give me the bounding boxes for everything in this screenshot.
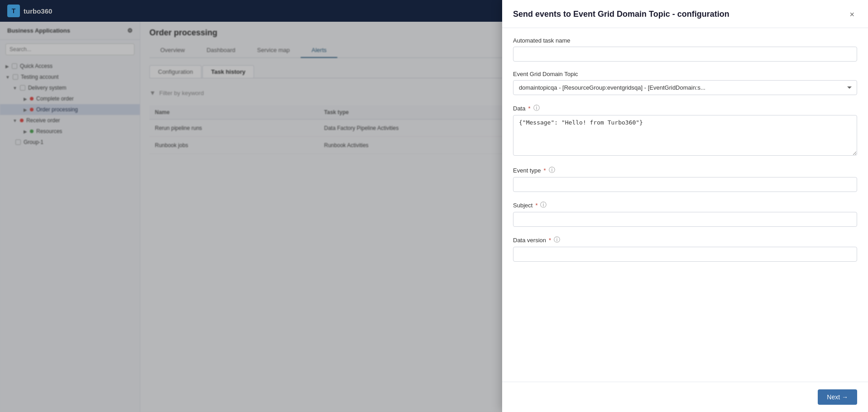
form-label-data-version: Data version * ⓘ: [513, 236, 857, 244]
form-group-data: Data * ⓘ {"Message": "Hello! from Turbo3…: [513, 104, 857, 157]
form-label-event-type: Event type * ⓘ: [513, 166, 857, 174]
next-button-label: Next →: [827, 393, 848, 401]
panel-body: Automated task name Event Grid Domain To…: [502, 28, 868, 382]
app-container: T turbo360 🔍 Business Applications ⚙ ▶ Q…: [0, 0, 868, 412]
panel-header: Send events to Event Grid Domain Topic -…: [502, 22, 868, 28]
event-type-input[interactable]: [513, 177, 857, 192]
form-group-task-name: Automated task name: [513, 37, 857, 62]
panel-footer: Next →: [502, 382, 868, 412]
event-grid-topic-select[interactable]: domaintopicqa - [ResourceGroup:eventgrid…: [513, 80, 857, 95]
form-group-event-type: Event type * ⓘ: [513, 166, 857, 192]
label-text: Data: [513, 105, 525, 112]
next-button[interactable]: Next →: [818, 389, 857, 405]
side-panel: Send events to Event Grid Domain Topic -…: [502, 22, 868, 412]
label-text: Event Grid Domain Topic: [513, 71, 578, 77]
modal-overlay: Send events to Event Grid Domain Topic -…: [0, 22, 868, 412]
form-group-subject: Subject * ⓘ: [513, 201, 857, 227]
label-text: Subject: [513, 202, 532, 209]
required-marker: *: [535, 202, 537, 209]
data-textarea[interactable]: {"Message": "Hello! from Turbo360"}: [513, 115, 857, 156]
automated-task-name-input[interactable]: [513, 47, 857, 62]
label-text: Event type: [513, 167, 541, 174]
required-marker: *: [528, 105, 530, 112]
label-text: Data version: [513, 237, 546, 244]
required-marker: *: [549, 237, 551, 244]
form-group-event-grid-topic: Event Grid Domain Topic domaintopicqa - …: [513, 71, 857, 95]
data-version-input[interactable]: [513, 247, 857, 262]
info-icon[interactable]: ⓘ: [549, 166, 555, 174]
form-label-event-grid-topic: Event Grid Domain Topic: [513, 71, 857, 77]
form-label-task-name: Automated task name: [513, 37, 857, 44]
main-area: Business Applications ⚙ ▶ Quick Access ▼…: [0, 22, 868, 412]
form-label-subject: Subject * ⓘ: [513, 201, 857, 209]
info-icon[interactable]: ⓘ: [540, 201, 547, 209]
info-icon[interactable]: ⓘ: [554, 236, 560, 244]
form-label-data: Data * ⓘ: [513, 104, 857, 112]
subject-input[interactable]: [513, 212, 857, 227]
required-marker: *: [543, 167, 546, 174]
label-text: Automated task name: [513, 37, 570, 44]
form-group-data-version: Data version * ⓘ: [513, 236, 857, 262]
info-icon[interactable]: ⓘ: [533, 104, 540, 112]
